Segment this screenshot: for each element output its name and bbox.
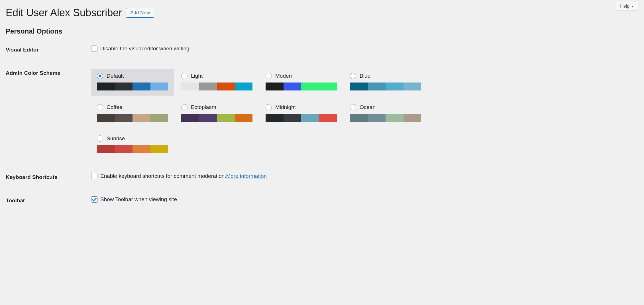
color-scheme-option[interactable]: Modern bbox=[260, 69, 343, 96]
caret-down-icon: ▼ bbox=[631, 5, 634, 8]
toolbar-checkbox-label: Show Toolbar when viewing site bbox=[100, 196, 177, 203]
color-swatch bbox=[319, 83, 337, 90]
color-swatches bbox=[97, 83, 168, 90]
color-scheme-label: Coffee bbox=[107, 104, 123, 110]
color-scheme-radio[interactable] bbox=[350, 104, 356, 110]
color-swatch bbox=[284, 114, 301, 122]
toolbar-toggle[interactable]: Show Toolbar when viewing site bbox=[91, 196, 177, 203]
color-swatch bbox=[133, 83, 150, 90]
color-scheme-grid: DefaultLightModernBlueCoffeeEctoplasmMid… bbox=[91, 69, 635, 158]
color-scheme-label: Blue bbox=[360, 73, 370, 79]
help-label: Help bbox=[620, 4, 629, 9]
color-scheme-option[interactable]: Midnight bbox=[260, 100, 343, 127]
keyboard-shortcuts-toggle[interactable]: Enable keyboard shortcuts for comment mo… bbox=[91, 173, 267, 179]
color-swatch bbox=[115, 114, 133, 122]
color-scheme-radio[interactable] bbox=[266, 104, 272, 110]
color-scheme-radio[interactable] bbox=[350, 73, 356, 79]
color-scheme-radio[interactable] bbox=[97, 73, 103, 79]
section-title: Personal Options bbox=[6, 27, 638, 35]
color-swatch bbox=[235, 83, 253, 90]
help-tab[interactable]: Help ▼ bbox=[616, 2, 638, 11]
color-swatches bbox=[181, 83, 252, 90]
color-scheme-radio[interactable] bbox=[181, 73, 188, 79]
color-swatches bbox=[266, 114, 337, 122]
color-swatch bbox=[97, 145, 115, 153]
color-swatch bbox=[97, 83, 115, 90]
color-scheme-radio[interactable] bbox=[266, 73, 272, 79]
toolbar-checkbox[interactable] bbox=[91, 196, 97, 203]
color-swatch bbox=[386, 83, 403, 90]
color-swatch bbox=[181, 114, 199, 122]
add-new-button[interactable]: Add New bbox=[126, 8, 154, 18]
color-swatches bbox=[350, 83, 421, 90]
row-label-visual-editor: Visual Editor bbox=[6, 38, 91, 61]
color-swatch bbox=[115, 145, 133, 153]
color-scheme-option[interactable]: Ocean bbox=[344, 100, 427, 127]
color-swatch bbox=[350, 83, 368, 90]
color-scheme-radio[interactable] bbox=[181, 104, 188, 110]
color-swatch bbox=[368, 114, 386, 122]
color-swatches bbox=[97, 114, 168, 122]
row-label-admin-color: Admin Color Scheme bbox=[6, 61, 91, 166]
color-swatches bbox=[97, 145, 168, 153]
color-swatch bbox=[266, 114, 284, 122]
visual-editor-checkbox[interactable] bbox=[91, 46, 97, 52]
color-swatch bbox=[350, 114, 368, 122]
keyboard-shortcuts-checkbox-label: Enable keyboard shortcuts for comment mo… bbox=[100, 173, 226, 179]
color-swatch bbox=[199, 114, 217, 122]
color-swatch bbox=[235, 114, 253, 122]
color-swatch bbox=[150, 83, 168, 90]
color-swatch bbox=[150, 145, 168, 153]
color-scheme-option[interactable]: Coffee bbox=[91, 100, 174, 127]
color-swatch bbox=[199, 83, 217, 90]
color-swatch bbox=[319, 114, 337, 122]
row-label-toolbar: Toolbar bbox=[6, 189, 91, 212]
color-scheme-option[interactable]: Light bbox=[176, 69, 258, 96]
color-scheme-option[interactable]: Default bbox=[91, 69, 174, 96]
color-scheme-option[interactable]: Sunrise bbox=[91, 131, 174, 158]
color-swatch bbox=[150, 114, 168, 122]
color-swatches bbox=[266, 83, 337, 90]
color-scheme-label: Default bbox=[107, 73, 124, 79]
color-swatch bbox=[403, 114, 421, 122]
color-swatch bbox=[217, 83, 235, 90]
color-swatch bbox=[217, 114, 235, 122]
keyboard-shortcuts-more-link[interactable]: More information bbox=[226, 173, 267, 179]
color-scheme-option[interactable]: Blue bbox=[344, 69, 427, 96]
color-swatch bbox=[266, 83, 284, 90]
color-swatch bbox=[133, 114, 150, 122]
page-title: Edit User Alex Subscriber bbox=[6, 7, 122, 19]
color-scheme-label: Sunrise bbox=[107, 135, 125, 142]
color-scheme-label: Midnight bbox=[275, 104, 296, 110]
color-swatch bbox=[115, 83, 133, 90]
visual-editor-toggle[interactable]: Disable the visual editor when writing bbox=[91, 46, 189, 52]
color-swatch bbox=[368, 83, 386, 90]
color-scheme-label: Ocean bbox=[360, 104, 376, 110]
color-scheme-label: Ectoplasm bbox=[191, 104, 216, 110]
color-swatches bbox=[181, 114, 252, 122]
color-swatch bbox=[301, 114, 319, 122]
color-scheme-radio[interactable] bbox=[97, 135, 103, 142]
color-scheme-radio[interactable] bbox=[97, 104, 103, 110]
row-label-keyboard-shortcuts: Keyboard Shortcuts bbox=[6, 166, 91, 189]
color-swatch bbox=[386, 114, 403, 122]
color-swatch bbox=[301, 83, 319, 90]
color-swatch bbox=[133, 145, 150, 153]
visual-editor-checkbox-label: Disable the visual editor when writing bbox=[100, 46, 189, 52]
color-scheme-option[interactable]: Ectoplasm bbox=[176, 100, 258, 127]
color-swatches bbox=[350, 114, 421, 122]
color-swatch bbox=[181, 83, 199, 90]
color-scheme-label: Light bbox=[191, 73, 203, 79]
color-swatch bbox=[97, 114, 115, 122]
keyboard-shortcuts-checkbox[interactable] bbox=[91, 173, 97, 179]
color-swatch bbox=[403, 83, 421, 90]
color-swatch bbox=[284, 83, 301, 90]
color-scheme-label: Modern bbox=[275, 73, 294, 79]
